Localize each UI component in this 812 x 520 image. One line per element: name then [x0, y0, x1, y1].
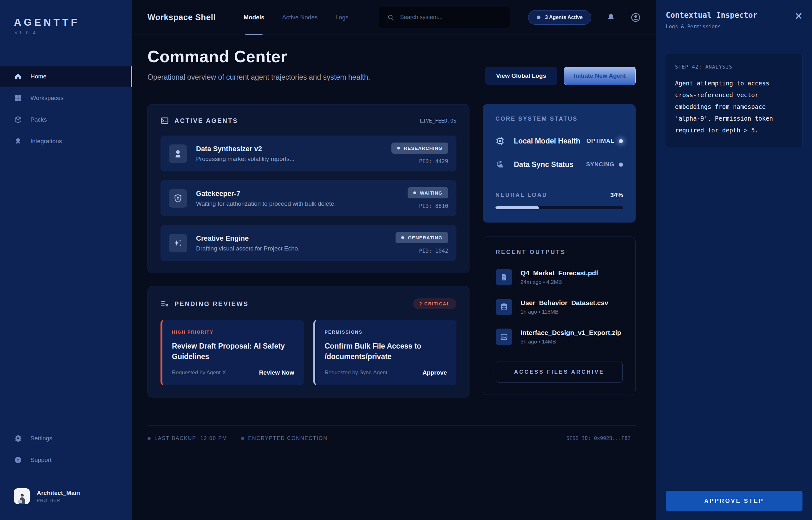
search-icon	[387, 14, 394, 21]
status-badge: WAITING	[408, 187, 448, 199]
tab-models[interactable]: Models	[244, 0, 264, 34]
close-icon[interactable]: ×	[795, 11, 803, 20]
active-agents-title: ACTIVE AGENTS	[174, 117, 238, 125]
file-info: Interface_Design_v1_Export.zip 3h ago • …	[521, 329, 621, 345]
search-box[interactable]	[379, 7, 510, 28]
status-row-data-sync: Data Sync Status SYNCING	[496, 160, 623, 169]
agent-status-block: WAITING PID: 8810	[408, 187, 448, 209]
contextual-inspector-panel: Contextual Inspector Logs & Permissions …	[656, 0, 812, 520]
pending-reviews-header: PENDING REVIEWS 2 CRITICAL	[161, 298, 456, 309]
status-label: RESEARCHING	[404, 146, 443, 151]
review-title: Review Draft Proposal: AI Safety Guideli…	[172, 341, 295, 362]
agent-pid: PID: 8810	[408, 203, 448, 209]
agent-info: Creative Engine Drafting visual assets f…	[196, 234, 300, 252]
gear-icon	[14, 434, 22, 443]
agent-desc: Waiting for authorization to proceed wit…	[196, 200, 336, 207]
agent-row[interactable]: Creative Engine Drafting visual assets f…	[161, 225, 456, 261]
file-row[interactable]: User_Behavior_Dataset.csv 1h ago • 118MB	[496, 299, 623, 315]
neural-load-value: 34%	[610, 191, 623, 199]
review-tag: HIGH PRIORITY	[172, 330, 295, 335]
active-agents-panel: ACTIVE AGENTS LIVE_FEED.OS Data Synthesi…	[147, 104, 470, 273]
agent-row[interactable]: Data Synthesizer v2 Processing market vo…	[161, 135, 456, 172]
sparkles-icon	[169, 234, 187, 252]
topbar-tabs: Models Active Nodes Logs	[244, 0, 348, 34]
inspector-divider	[665, 41, 803, 41]
sidebar-item-label: Workspaces	[30, 95, 63, 102]
approve-link[interactable]: Approve	[422, 369, 447, 376]
sidebar-item-support[interactable]: ? Support	[0, 449, 132, 471]
main-column: Workspace Shell Models Active Nodes Logs…	[132, 0, 656, 520]
shield-icon	[169, 189, 187, 208]
grid-icon	[14, 94, 22, 102]
backup-dot	[147, 437, 151, 440]
agents-active-label: 3 Agents Active	[545, 15, 583, 20]
agent-desc: Processing market volatility reports...	[196, 156, 295, 162]
encryption-label: ENCRYPTED CONNECTION	[248, 436, 327, 441]
file-name: User_Behavior_Dataset.csv	[521, 299, 608, 307]
dashboard-grid: ACTIVE AGENTS LIVE_FEED.OS Data Synthesi…	[147, 104, 636, 397]
file-row[interactable]: Q4_Market_Forecast.pdf 24m ago • 4.2MB	[496, 269, 623, 285]
status-text: OPTIMAL	[586, 138, 614, 145]
sidebar-item-workspaces[interactable]: Workspaces	[0, 87, 132, 109]
tab-active-nodes[interactable]: Active Nodes	[282, 0, 318, 34]
user-info: Architect_Main PRO TIER	[37, 490, 80, 503]
page-header: Command Center Operational overview of c…	[147, 47, 636, 85]
tab-logs[interactable]: Logs	[336, 0, 348, 34]
status-dot	[397, 147, 400, 150]
home-icon	[14, 72, 22, 81]
sidebar-divider	[14, 478, 118, 478]
sidebar-item-label: Settings	[30, 435, 52, 442]
profile-icon[interactable]	[631, 12, 641, 23]
pending-reviews-title: PENDING REVIEWS	[174, 300, 249, 308]
encryption-status: ENCRYPTED CONNECTION	[241, 436, 327, 441]
session-id: SESS_ID: 0x992B...F82	[566, 435, 631, 441]
status-label: Data Sync Status	[514, 160, 573, 169]
list-x-icon	[161, 300, 169, 308]
agent-name: Gatekeeper-7	[196, 189, 336, 198]
agent-info: Data Synthesizer v2 Processing market vo…	[196, 145, 295, 162]
review-tag: PERMISSIONS	[325, 330, 447, 335]
agent-row[interactable]: Gatekeeper-7 Waiting for authorization t…	[161, 180, 456, 216]
file-meta: 3h ago • 14MB	[521, 339, 621, 345]
left-column: ACTIVE AGENTS LIVE_FEED.OS Data Synthesi…	[147, 104, 470, 397]
neural-load-row: NEURAL LOAD 34%	[496, 191, 623, 199]
status-value-optimal: OPTIMAL	[586, 138, 623, 145]
access-files-archive-button[interactable]: ACCESS FILES ARCHIVE	[496, 362, 623, 383]
bell-icon[interactable]	[607, 13, 615, 22]
help-circle-icon: ?	[14, 456, 22, 464]
status-label: Local Model Health	[514, 137, 581, 146]
user-name: Architect_Main	[37, 490, 80, 496]
sidebar-item-integrations[interactable]: Integrations	[0, 130, 132, 152]
status-row-model-health: Local Model Health OPTIMAL	[496, 136, 623, 146]
inspector-header-text: Contextual Inspector Logs & Permissions	[666, 11, 757, 29]
page-title: Command Center	[147, 47, 370, 66]
sidebar-item-label: Packs	[30, 116, 47, 123]
puzzle-icon	[14, 137, 22, 146]
app-version: V1.0.4	[0, 28, 132, 35]
agents-active-badge[interactable]: 3 Agents Active	[528, 10, 591, 25]
review-card-permissions: PERMISSIONS Confirm Bulk File Access to …	[313, 320, 457, 385]
right-column: CORE SYSTEM STATUS Local Model Health OP…	[483, 104, 636, 397]
topbar: Workspace Shell Models Active Nodes Logs…	[132, 0, 656, 35]
user-profile[interactable]: Architect_Main PRO TIER	[0, 485, 132, 507]
sidebar-item-settings[interactable]: Settings	[0, 427, 132, 449]
database-icon	[496, 299, 512, 315]
sidebar-item-packs[interactable]: Packs	[0, 109, 132, 130]
sidebar-item-label: Home	[30, 73, 47, 80]
core-system-status-title: CORE SYSTEM STATUS	[496, 115, 623, 122]
active-dot	[537, 16, 540, 19]
status-dot	[413, 191, 416, 194]
sidebar-item-home[interactable]: Home	[0, 66, 132, 87]
recent-outputs-title: RECENT OUTPUTS	[496, 249, 623, 256]
requested-by: Requested by Sync-Agent	[325, 369, 388, 376]
file-info: User_Behavior_Dataset.csv 1h ago • 118MB	[521, 299, 608, 315]
view-global-logs-button[interactable]: View Global Logs	[485, 67, 557, 85]
search-input[interactable]	[400, 14, 502, 21]
approve-step-button[interactable]: APPROVE STEP	[666, 491, 803, 511]
avatar	[14, 488, 30, 504]
review-now-link[interactable]: Review Now	[259, 369, 295, 376]
recent-outputs-panel: RECENT OUTPUTS Q4_Market_Forecast.pdf 24…	[483, 236, 636, 395]
live-feed-label: LIVE_FEED.OS	[420, 118, 456, 124]
initiate-new-agent-button[interactable]: Initiate New Agent	[564, 67, 636, 85]
file-row[interactable]: Interface_Design_v1_Export.zip 3h ago • …	[496, 329, 623, 345]
